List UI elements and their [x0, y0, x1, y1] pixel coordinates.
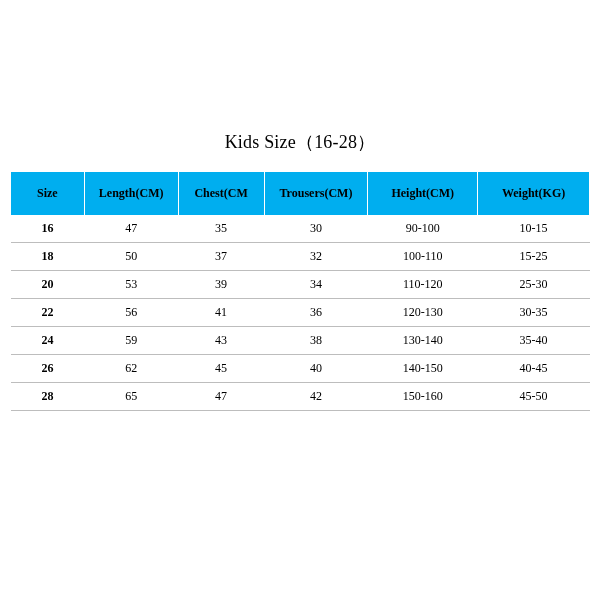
cell-height: 110-120	[368, 271, 478, 299]
size-chart-table: Size Length(CM) Chest(CM Trousers(CM) He…	[10, 172, 590, 411]
cell-trousers: 42	[264, 383, 368, 411]
cell-size: 24	[11, 327, 85, 355]
table-header: Size Length(CM) Chest(CM Trousers(CM) He…	[11, 172, 590, 215]
col-size: Size	[11, 172, 85, 215]
table-row: 20 53 39 34 110-120 25-30	[11, 271, 590, 299]
cell-trousers: 30	[264, 215, 368, 243]
cell-length: 65	[84, 383, 178, 411]
col-trousers: Trousers(CM)	[264, 172, 368, 215]
table-row: 28 65 47 42 150-160 45-50	[11, 383, 590, 411]
col-weight: Weight(KG)	[478, 172, 590, 215]
cell-weight: 10-15	[478, 215, 590, 243]
cell-length: 59	[84, 327, 178, 355]
chart-title: Kids Size（16-28）	[0, 130, 600, 154]
cell-height: 130-140	[368, 327, 478, 355]
cell-trousers: 32	[264, 243, 368, 271]
table-row: 26 62 45 40 140-150 40-45	[11, 355, 590, 383]
table-row: 16 47 35 30 90-100 10-15	[11, 215, 590, 243]
cell-height: 120-130	[368, 299, 478, 327]
cell-length: 53	[84, 271, 178, 299]
cell-height: 150-160	[368, 383, 478, 411]
cell-weight: 30-35	[478, 299, 590, 327]
col-chest: Chest(CM	[178, 172, 264, 215]
cell-size: 22	[11, 299, 85, 327]
table-row: 22 56 41 36 120-130 30-35	[11, 299, 590, 327]
cell-chest: 35	[178, 215, 264, 243]
col-height: Height(CM)	[368, 172, 478, 215]
cell-chest: 47	[178, 383, 264, 411]
cell-chest: 37	[178, 243, 264, 271]
cell-trousers: 36	[264, 299, 368, 327]
cell-chest: 41	[178, 299, 264, 327]
cell-size: 18	[11, 243, 85, 271]
cell-trousers: 40	[264, 355, 368, 383]
cell-trousers: 34	[264, 271, 368, 299]
cell-weight: 15-25	[478, 243, 590, 271]
col-length: Length(CM)	[84, 172, 178, 215]
cell-trousers: 38	[264, 327, 368, 355]
table-row: 24 59 43 38 130-140 35-40	[11, 327, 590, 355]
cell-chest: 43	[178, 327, 264, 355]
cell-chest: 39	[178, 271, 264, 299]
cell-size: 26	[11, 355, 85, 383]
cell-chest: 45	[178, 355, 264, 383]
cell-size: 28	[11, 383, 85, 411]
table-body: 16 47 35 30 90-100 10-15 18 50 37 32 100…	[11, 215, 590, 411]
cell-weight: 25-30	[478, 271, 590, 299]
table-header-row: Size Length(CM) Chest(CM Trousers(CM) He…	[11, 172, 590, 215]
cell-size: 20	[11, 271, 85, 299]
cell-length: 47	[84, 215, 178, 243]
cell-length: 56	[84, 299, 178, 327]
cell-weight: 40-45	[478, 355, 590, 383]
cell-length: 50	[84, 243, 178, 271]
cell-height: 90-100	[368, 215, 478, 243]
cell-weight: 45-50	[478, 383, 590, 411]
cell-height: 100-110	[368, 243, 478, 271]
size-chart-page: Kids Size（16-28） Size Length(CM) Chest(C…	[0, 0, 600, 600]
cell-height: 140-150	[368, 355, 478, 383]
table-row: 18 50 37 32 100-110 15-25	[11, 243, 590, 271]
cell-weight: 35-40	[478, 327, 590, 355]
cell-size: 16	[11, 215, 85, 243]
cell-length: 62	[84, 355, 178, 383]
